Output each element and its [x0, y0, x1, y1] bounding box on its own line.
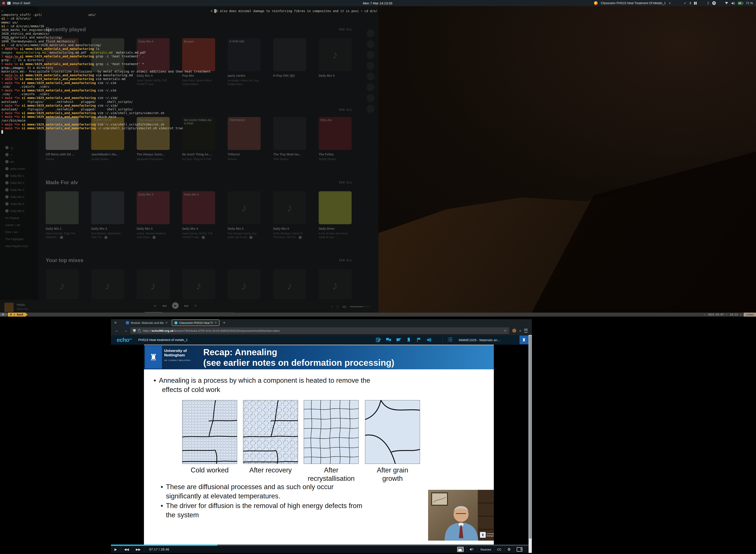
next-icon[interactable]: ▶▶	[184, 304, 189, 307]
playlist-item[interactable]: ↓ Daily Mix 3	[5, 186, 38, 193]
playlist-item[interactable]: ↓ .g	[5, 144, 38, 151]
new-tab-button[interactable]: +	[223, 321, 225, 325]
layout-button[interactable]	[514, 546, 525, 553]
layout-mode-icon[interactable]	[694, 2, 697, 5]
window-close-button[interactable]	[2, 2, 5, 5]
page-scrollbar[interactable]	[529, 335, 532, 553]
now-playing-artist[interactable]: Vance Joy	[17, 308, 28, 310]
playlist-item[interactable]: ↓ Eliot + alv	[5, 228, 38, 235]
settings-gear-icon[interactable]: ⚙	[504, 546, 514, 553]
close-tab-icon[interactable]: ✕	[215, 321, 217, 324]
now-playing-art	[4, 303, 14, 312]
music-note-icon: ♪	[91, 269, 124, 302]
slide-bullet-3: • The driver for diffusion is the remova…	[166, 501, 362, 520]
spotify-card[interactable]: ♪	[182, 269, 215, 302]
cookie-extension-icon[interactable]	[512, 329, 516, 333]
now-playing-track[interactable]: Pitfalls	[17, 303, 25, 307]
play-button[interactable]: ▶	[111, 546, 121, 553]
album-art: ♪	[319, 191, 352, 224]
notes-icon[interactable]	[376, 337, 381, 342]
tmux-time: 14:13	[730, 313, 738, 316]
queue-icon[interactable]: ≡	[331, 305, 333, 308]
music-note-icon: ♪	[273, 269, 306, 302]
close-tab-icon[interactable]: ✕	[166, 321, 168, 324]
fast-forward-button[interactable]: ▶▶	[132, 546, 144, 553]
bluetooth-icon[interactable]: ᛒ	[707, 1, 709, 5]
previous-icon[interactable]: ◀◀	[162, 304, 166, 307]
spotify-card[interactable]: ♪ Daily Mix 6 Arctic Monkeys, Panic! At …	[273, 191, 306, 239]
discussions-icon[interactable]	[386, 337, 391, 342]
spotify-card[interactable]: ♪ Daily Mix 1 Glass Animals, Cage The El…	[46, 191, 79, 239]
spotify-card[interactable]: ♪	[137, 269, 170, 302]
download-icon: ↓	[5, 174, 9, 177]
music-note-icon: ♪	[319, 269, 352, 302]
spotify-card[interactable]: ♪	[46, 269, 79, 302]
captions-button[interactable]: CC	[494, 546, 504, 553]
devices-icon[interactable]: ▢	[336, 305, 339, 308]
course-name[interactable]: MMME1029 - Materials an...	[459, 338, 500, 342]
terminal-output[interactable]: ~ 4 It also does minimal damage to reinf…	[1, 9, 377, 134]
bookmark-star-icon[interactable]: ☆	[504, 329, 507, 333]
volume-slider[interactable]	[350, 306, 370, 307]
playlist-item[interactable]: ↓ Daily Mix 1	[5, 172, 38, 179]
spotify-card[interactable]: ♪ Daily Mix 3 Daily Mix 3 Aminé, Melanie…	[137, 191, 170, 239]
flag-icon[interactable]	[416, 337, 421, 342]
active-app-title[interactable]: Classroom PHS15 Heat Treatment Of Metals…	[601, 1, 666, 5]
tab-classroom-phs15[interactable]: ◂ Classroom PHS15 Heat Tr ✕	[172, 320, 220, 326]
album-art: ♪	[91, 191, 124, 224]
playlist-item[interactable]: ↓ The Highlights	[5, 235, 38, 242]
playlist-item[interactable]: ↓ alv	[5, 158, 38, 165]
clock: Mon 7 Mar 14:13:33	[363, 1, 392, 5]
spotify-card[interactable]: ♪	[91, 269, 124, 302]
firefox-icon	[594, 1, 598, 5]
spotify-card[interactable]: ♪	[319, 269, 352, 302]
playlist-item[interactable]: ↓ party rockin	[5, 165, 38, 172]
download-icon: ↓	[153, 236, 156, 239]
volume-icon[interactable]: ◀))	[342, 305, 346, 308]
overflow-chevron-icon[interactable]: »	[519, 329, 521, 332]
spotify-card[interactable]: ♪ Daily Mix 5 Rex Orange County, boy pab…	[228, 191, 260, 239]
spotify-card[interactable]: ♪ Daily Drive A mix of news and music ma…	[319, 191, 352, 239]
playlist-item[interactable]: ↓ Daily Mix 6	[5, 207, 38, 214]
playlist-item[interactable]: ↓ Daily Mix 2	[5, 179, 38, 186]
see-all-link[interactable]: SEE ALL	[339, 181, 352, 184]
playlist-item[interactable]: ↓ On Repeat	[5, 214, 38, 221]
shuffle-icon[interactable]: ⇄	[154, 304, 156, 307]
audio-description-icon[interactable]	[426, 337, 431, 342]
tmux-session-index[interactable]: 0	[0, 313, 6, 317]
menu-icon[interactable]	[524, 329, 528, 332]
window-close-icon[interactable]: ✕	[114, 321, 121, 325]
tracking-shield-icon[interactable]	[133, 329, 136, 332]
tmux-active-window[interactable]: 0❯bash	[8, 313, 25, 317]
see-all-link[interactable]: SEE ALL	[339, 259, 352, 262]
list-view-icon[interactable]	[448, 337, 453, 342]
tab-module-materials[interactable]: Module: Materials and Ma ✕	[124, 320, 170, 326]
scene-view-button[interactable]	[454, 546, 467, 553]
playlist-item[interactable]: ↓ .r	[5, 151, 38, 158]
sources-button[interactable]: Sources	[477, 546, 494, 553]
url-bar[interactable]: https://echo360.org.uk/lesson/73b34a4a-d…	[130, 327, 509, 334]
playlist-item[interactable]: ↓ Daniel + alv	[5, 221, 38, 228]
playlist-item[interactable]: ↓ New Playlist #112	[5, 242, 38, 250]
album-art: ♪ Daily Mix 3	[137, 191, 170, 224]
network-icon[interactable]	[725, 2, 728, 4]
spotify-card[interactable]: ♪ Daily Mix 2 Post Malone, 44phantom, Ty…	[91, 191, 124, 239]
spotify-card[interactable]: ♪	[273, 269, 306, 302]
playlist-item[interactable]: ↓ Daily Mix 4	[5, 193, 38, 200]
spotify-card[interactable]: ♪	[228, 269, 260, 302]
bookmark-icon[interactable]	[406, 337, 411, 342]
volume-button[interactable]	[467, 546, 477, 553]
back-button[interactable]: ←	[114, 328, 120, 333]
video-area[interactable]: ♜ University of Nottingham UK | CHINA | …	[111, 345, 532, 545]
forward-button[interactable]: →	[123, 328, 128, 333]
playlist-item[interactable]: ↓ Daily Mix 5	[5, 200, 38, 207]
volume-icon[interactable]: ◀))	[731, 2, 735, 5]
play-button[interactable]: ▶	[172, 302, 179, 309]
repeat-icon[interactable]: ↻	[194, 304, 197, 307]
download-icon: ↓	[5, 160, 9, 163]
discord-icon[interactable]	[712, 1, 716, 5]
rewind-button[interactable]: ◀◀	[121, 546, 132, 553]
spotify-card[interactable]: ♪ Daily Mix 4 Daily Mix 4 Jason Derulo, …	[182, 191, 215, 239]
scrollbar-thumb[interactable]	[529, 335, 532, 539]
new-discussion-icon[interactable]	[396, 337, 401, 342]
